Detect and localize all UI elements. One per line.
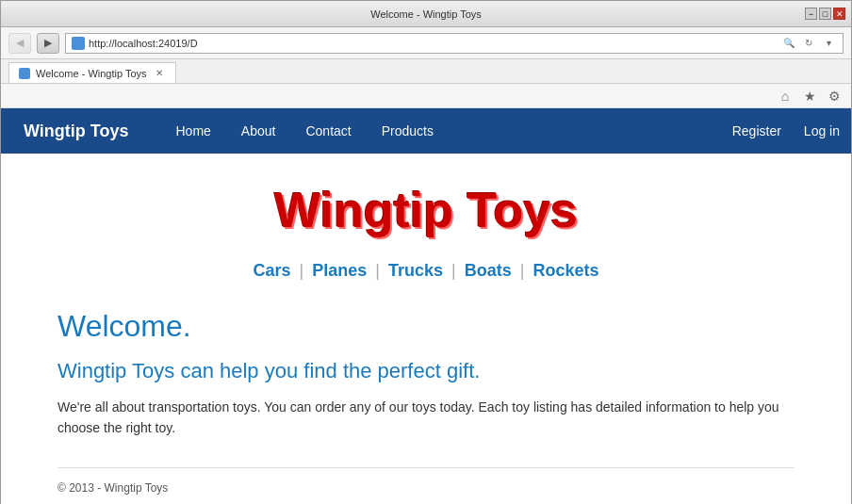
main-content: Wingtip Toys Cars | Planes | Trucks | Bo… [1,154,851,504]
search-icon[interactable]: 🔍 [780,35,797,52]
nav-links: Home About Contact Products [161,108,721,154]
tab-favicon [19,68,30,79]
home-icon[interactable]: ⌂ [776,87,795,106]
category-rockets[interactable]: Rockets [532,261,598,280]
tab-label: Welcome - Wingtip Toys [36,68,147,79]
nav-link-login[interactable]: Log in [793,123,851,138]
dropdown-icon[interactable]: ▾ [820,35,837,52]
nav-link-home[interactable]: Home [161,108,226,154]
footer-text: © 2013 - Wingtip Toys [57,481,795,495]
separator-1: | [300,261,304,280]
nav-link-contact[interactable]: Contact [290,108,366,154]
site-title-section: Wingtip Toys [57,182,795,238]
toolbar: ⌂ ★ ⚙ [1,84,851,108]
category-links: Cars | Planes | Trucks | Boats | Rockets [57,261,795,281]
nav-link-register[interactable]: Register [721,123,793,138]
separator-2: | [375,261,380,280]
window-title: Welcome - Wingtip Toys [370,8,482,20]
category-trucks[interactable]: Trucks [388,261,443,280]
nav-link-about[interactable]: About [226,108,291,154]
close-button[interactable]: ✕ [833,8,845,20]
separator-3: | [451,261,456,280]
address-favicon [72,37,85,50]
address-icons: 🔍 ↻ ▾ [780,35,837,52]
separator-4: | [520,261,525,280]
back-button[interactable]: ◀ [8,33,31,54]
star-icon[interactable]: ★ [800,87,819,106]
welcome-subheading: Wingtip Toys can help you find the perfe… [57,359,795,383]
category-cars[interactable]: Cars [253,261,290,280]
brand-name[interactable]: Wingtip Toys [1,122,152,141]
forward-button[interactable]: ▶ [37,33,59,54]
browser-tab[interactable]: Welcome - Wingtip Toys ✕ [8,62,176,83]
welcome-heading: Welcome. [57,309,795,344]
gear-icon[interactable]: ⚙ [825,87,844,106]
maximize-button[interactable]: □ [819,8,831,20]
category-planes[interactable]: Planes [312,261,367,280]
url-text: http://localhost:24019/D [89,38,777,49]
window-controls: − □ ✕ [805,8,845,20]
category-boats[interactable]: Boats [465,261,512,280]
site-title: Wingtip Toys [57,182,795,238]
tab-close-button[interactable]: ✕ [153,67,166,80]
navbar: Wingtip Toys Home About Contact Products… [1,108,851,154]
refresh-icon[interactable]: ↻ [800,35,817,52]
minimize-button[interactable]: − [805,8,817,20]
address-bar: ◀ ▶ http://localhost:24019/D 🔍 ↻ ▾ [1,27,851,59]
footer-divider [57,467,795,468]
title-bar: Welcome - Wingtip Toys − □ ✕ [1,1,851,27]
nav-link-products[interactable]: Products [367,108,449,154]
welcome-body: We're all about transportation toys. You… [57,397,795,439]
tab-bar: Welcome - Wingtip Toys ✕ [1,59,851,84]
nav-right: Register Log in [721,123,851,138]
address-input[interactable]: http://localhost:24019/D 🔍 ↻ ▾ [65,33,844,54]
